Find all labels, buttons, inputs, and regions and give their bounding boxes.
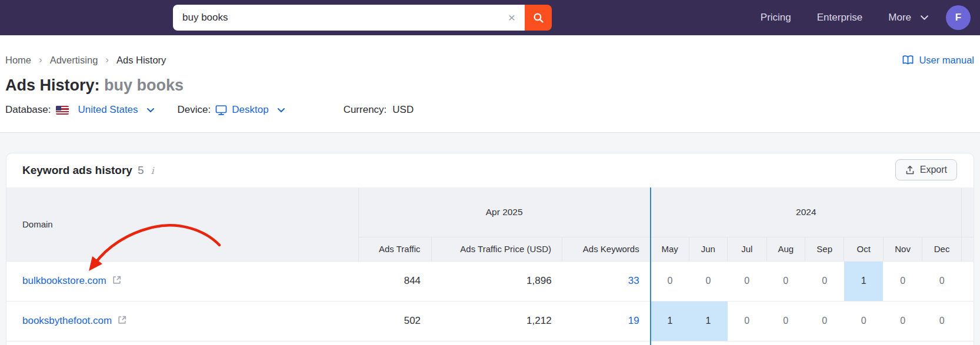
- chevron-down-icon: [921, 15, 928, 20]
- device-select[interactable]: Desktop: [215, 104, 284, 116]
- month-cell: 0: [728, 261, 766, 301]
- table-row: bulkbookstore.com 844 1,896 33 0 0 0 0 0…: [6, 261, 974, 301]
- ads-keywords-link[interactable]: 33: [628, 275, 639, 286]
- filters-bar: Database: United States Device: Desktop …: [5, 102, 980, 118]
- book-icon: [902, 55, 914, 66]
- month-cell: 0: [728, 301, 766, 341]
- database-select[interactable]: United States: [56, 104, 154, 116]
- month-cell: 0: [766, 261, 805, 301]
- month-cell: 0: [651, 261, 689, 301]
- currency-label: Currency:: [344, 104, 387, 116]
- breadcrumb-separator: ›: [105, 54, 109, 66]
- breadcrumb-home[interactable]: Home: [5, 55, 31, 66]
- export-label: Export: [920, 165, 947, 175]
- column-header-ads-traffic-price: Ads Traffic Price (USD): [431, 237, 562, 261]
- ads-keywords-link[interactable]: 19: [628, 315, 639, 326]
- info-icon[interactable]: i: [151, 165, 154, 176]
- breadcrumb: Home › Advertising › Ads History: [5, 54, 166, 66]
- month-cell: 0: [689, 261, 727, 301]
- top-bar: × Pricing Enterprise More F: [0, 0, 980, 35]
- currency-value: USD: [392, 104, 414, 116]
- month-cell: 1: [651, 301, 689, 341]
- user-manual-label: User manual: [919, 55, 974, 66]
- chevron-down-icon: [147, 108, 154, 112]
- month-cell: 0: [844, 301, 883, 341]
- keyword-ads-history-card: Keyword ads history 5 i Export Domain Ap…: [6, 153, 974, 345]
- page-title-prefix: Ads History:: [5, 76, 100, 94]
- breadcrumb-current: Ads History: [116, 55, 166, 66]
- device-value: Desktop: [232, 104, 268, 116]
- month-cell: 0: [922, 261, 962, 301]
- column-header-month: Dec: [922, 237, 962, 261]
- table-row-partial: [6, 341, 974, 345]
- month-cell: 0: [883, 301, 922, 341]
- search-input[interactable]: [173, 5, 525, 31]
- database-value: United States: [78, 104, 138, 116]
- column-header-month: Jul: [728, 237, 766, 261]
- column-header-month: Sep: [805, 237, 844, 261]
- month-cell: 0: [961, 301, 974, 341]
- us-flag-icon: [56, 106, 69, 115]
- column-header-month: Jun: [689, 237, 727, 261]
- month-cell: 0: [805, 261, 844, 301]
- user-manual-link[interactable]: User manual: [902, 55, 974, 66]
- column-header-domain: Domain: [6, 187, 358, 261]
- page-title-keyword: buy books: [104, 76, 184, 94]
- page-title: Ads History: buy books: [5, 75, 980, 95]
- nav-enterprise[interactable]: Enterprise: [817, 12, 862, 24]
- nav-more-label: More: [888, 12, 911, 24]
- result-count: 5: [138, 164, 144, 177]
- column-header-month: Aug: [766, 237, 805, 261]
- month-cell: 0: [961, 261, 974, 301]
- external-link-icon[interactable]: [112, 275, 122, 285]
- export-icon: [905, 165, 915, 175]
- column-header-ads-traffic: Ads Traffic: [358, 237, 431, 261]
- column-header-month: Oct: [844, 237, 883, 261]
- domain-link[interactable]: booksbythefoot.com: [22, 315, 112, 326]
- table-row: booksbythefoot.com 502 1,212 19 1 1 0 0 …: [6, 301, 974, 341]
- breadcrumb-separator: ›: [39, 54, 42, 66]
- ads-traffic-price-value: 1,212: [431, 301, 562, 341]
- group-header-next: [961, 187, 974, 237]
- breadcrumb-advertising[interactable]: Advertising: [50, 55, 98, 66]
- ads-traffic-value: 502: [358, 301, 431, 341]
- month-cell: 1: [689, 301, 727, 341]
- column-header-ads-keywords: Ads Keywords: [562, 237, 651, 261]
- column-header-month: Nov: [883, 237, 922, 261]
- chevron-down-icon: [278, 108, 285, 112]
- card-title: Keyword ads history: [22, 164, 132, 177]
- desktop-icon: [215, 105, 227, 115]
- column-header-month: May: [651, 237, 689, 261]
- domain-link[interactable]: bulkbookstore.com: [22, 275, 106, 286]
- column-header-month: Ja: [961, 237, 974, 261]
- search-button[interactable]: [525, 5, 552, 31]
- export-button[interactable]: Export: [895, 159, 957, 180]
- month-cell: 0: [883, 261, 922, 301]
- ads-traffic-price-value: 1,896: [431, 261, 562, 301]
- ads-traffic-value: 844: [358, 261, 431, 301]
- search-icon: [533, 12, 544, 24]
- device-label: Device:: [178, 104, 211, 116]
- database-label: Database:: [5, 104, 51, 116]
- nav-more[interactable]: More: [888, 12, 928, 24]
- group-header-2024: 2024: [651, 187, 962, 237]
- month-cell: 1: [844, 261, 883, 301]
- search-bar: ×: [173, 5, 552, 31]
- external-link-icon[interactable]: [117, 315, 127, 325]
- avatar[interactable]: F: [946, 5, 971, 30]
- month-cell: 0: [805, 301, 844, 341]
- clear-search-icon[interactable]: ×: [508, 5, 515, 31]
- month-cell: 0: [766, 301, 805, 341]
- nav-pricing[interactable]: Pricing: [761, 12, 791, 24]
- month-cell: 0: [922, 301, 962, 341]
- group-header-apr-2025: Apr 2025: [358, 187, 650, 237]
- ads-history-table: Domain Apr 2025 2024 Ads Traffic Ads Tra…: [6, 187, 974, 345]
- top-nav: Pricing Enterprise More F: [761, 0, 971, 35]
